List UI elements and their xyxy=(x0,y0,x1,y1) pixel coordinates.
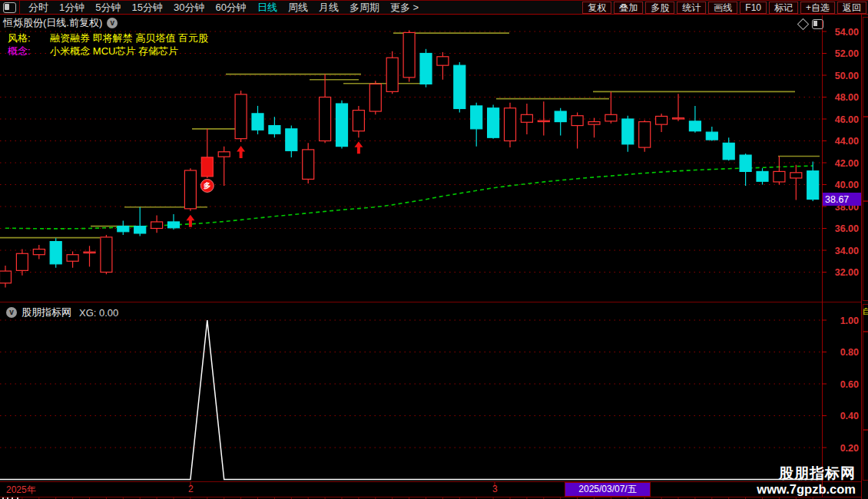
candle-body xyxy=(488,108,499,137)
price-axis-label: 34.00 xyxy=(835,246,859,256)
candle xyxy=(673,94,684,121)
period-tab-4[interactable]: 30分钟 xyxy=(168,1,210,15)
period-tab-0[interactable]: 分时 xyxy=(23,1,54,15)
candle xyxy=(320,74,331,144)
candle xyxy=(706,127,717,141)
period-tab-8[interactable]: 月线 xyxy=(313,1,344,15)
candle xyxy=(488,104,499,138)
date-label-year: 2025年 xyxy=(6,484,36,497)
period-tab-1[interactable]: 1分钟 xyxy=(54,1,90,15)
candle xyxy=(605,91,617,123)
toolbar-button-0[interactable]: 复权 xyxy=(582,2,611,14)
candle-body xyxy=(454,65,465,108)
candle-body xyxy=(67,255,78,262)
toolbar-button-1[interactable]: 叠加 xyxy=(614,2,643,14)
candle-body xyxy=(656,116,668,124)
candle-body xyxy=(505,108,516,141)
candle-body xyxy=(269,126,280,134)
candle-body xyxy=(134,226,146,233)
candle-body xyxy=(386,58,398,91)
strip-tab[interactable] xyxy=(863,117,868,201)
right-side-strip: 自 xyxy=(861,0,868,499)
price-axis-label: 32.00 xyxy=(835,267,859,278)
period-tab-10[interactable]: 更多 > xyxy=(385,1,424,15)
duo-signal-badge-label: 多 xyxy=(204,181,211,190)
period-tab-2[interactable]: 5分钟 xyxy=(90,1,126,15)
candle-body xyxy=(740,155,751,171)
candle xyxy=(437,52,449,80)
toolbar-actions: 复权叠加多股统计画线F10标记+自选返回 xyxy=(580,2,868,14)
candle xyxy=(101,235,112,274)
chevron-down-icon[interactable]: v xyxy=(6,307,17,318)
tdx-app-window: 分时1分钟5分钟15分钟30分钟60分钟日线周线月线多周期更多 > 复权叠加多股… xyxy=(0,0,868,499)
strip-tab[interactable] xyxy=(863,332,868,430)
price-axis-label: 48.00 xyxy=(835,92,859,103)
toolbar-button-7[interactable]: +自选 xyxy=(800,2,835,14)
period-tab-9[interactable]: 多周期 xyxy=(344,1,385,15)
candle-body xyxy=(673,118,684,119)
candle-body xyxy=(252,114,263,130)
strip-tab[interactable] xyxy=(863,201,868,301)
candle xyxy=(184,168,196,211)
candle-body xyxy=(437,57,449,65)
strip-tab-label: 自 xyxy=(863,306,868,317)
candle-body xyxy=(622,119,634,144)
candle xyxy=(369,81,381,114)
toolbar-button-3[interactable]: 统计 xyxy=(677,2,706,14)
candle xyxy=(218,147,230,186)
candle xyxy=(538,101,549,135)
toolbar-button-4[interactable]: 画线 xyxy=(708,2,737,14)
candle-body xyxy=(201,157,213,177)
panel-toggle-icon[interactable] xyxy=(3,2,16,13)
buy-arrow-icon xyxy=(354,141,363,154)
period-tab-5[interactable]: 60分钟 xyxy=(210,1,251,15)
toolbar: 分时1分钟5分钟15分钟30分钟60分钟日线周线月线多周期更多 > 复权叠加多股… xyxy=(0,0,868,15)
price-axis-label: 40.00 xyxy=(835,180,859,190)
sidebar-toggle-icon[interactable] xyxy=(812,19,823,29)
candle xyxy=(386,51,398,94)
candle xyxy=(151,215,163,233)
strip-tab[interactable] xyxy=(863,17,868,117)
candle xyxy=(50,238,61,267)
candle xyxy=(33,245,45,259)
period-tab-7[interactable]: 周线 xyxy=(283,1,313,15)
candle xyxy=(454,62,465,113)
candle-body xyxy=(50,242,61,264)
candle xyxy=(571,112,583,148)
candle xyxy=(403,31,415,82)
price-axis-label: 50.00 xyxy=(835,71,859,81)
last-price-label: 38.67 xyxy=(825,194,849,205)
candle-body xyxy=(286,129,297,151)
candle xyxy=(555,108,566,136)
indicator-name: 股朋指标网 xyxy=(22,306,71,319)
candle-body xyxy=(235,94,247,139)
candle xyxy=(353,106,364,137)
watermark-site-name: 股朋指标网 xyxy=(757,465,856,482)
candle xyxy=(656,114,668,132)
period-tab-6-active[interactable]: 日线 xyxy=(252,1,283,15)
candle xyxy=(420,49,432,88)
toolbar-button-8[interactable]: 返回 xyxy=(837,2,866,14)
buy-arrow-icon xyxy=(186,215,194,227)
toolbar-button-2[interactable]: 多股 xyxy=(645,2,674,14)
candle xyxy=(269,117,280,137)
toolbar-button-6[interactable]: 标记 xyxy=(769,2,798,14)
candle-body xyxy=(118,226,129,232)
candle xyxy=(807,162,819,201)
candle-body xyxy=(774,171,785,182)
toolbar-button-5[interactable]: F10 xyxy=(740,2,767,14)
concept-tags: 小米概念 MCU芯片 存储芯片 xyxy=(50,45,178,57)
candle-body xyxy=(33,250,45,255)
candle xyxy=(235,91,247,142)
chevron-down-icon[interactable]: v xyxy=(107,18,118,28)
strip-tab[interactable] xyxy=(863,430,868,481)
candle-body xyxy=(0,271,12,283)
candle-body xyxy=(369,84,381,111)
candle-body xyxy=(555,111,566,122)
price-axis-label: 44.00 xyxy=(835,136,859,147)
period-tab-3[interactable]: 15分钟 xyxy=(126,1,167,15)
candle-body xyxy=(336,104,348,147)
price-axis-label: 54.00 xyxy=(835,27,859,38)
indicator-axis-label: 0.20 xyxy=(840,443,859,454)
price-axis-label: 46.00 xyxy=(835,114,859,125)
